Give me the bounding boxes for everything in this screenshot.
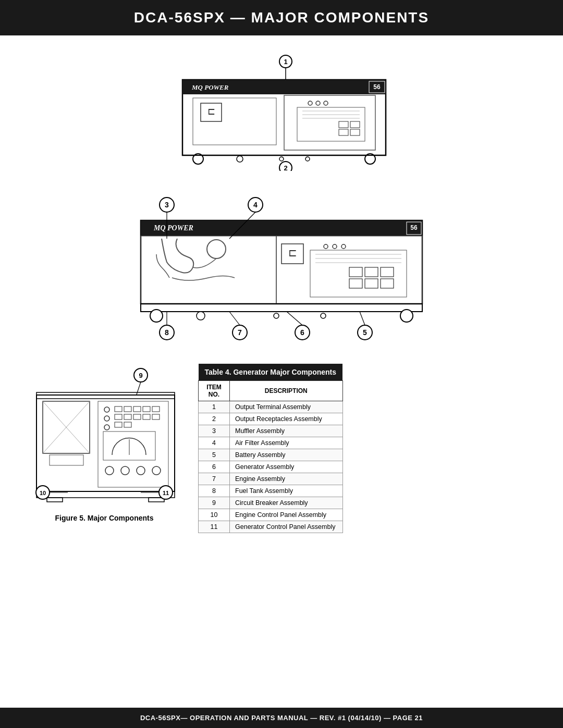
table-cell-item: 8 [199,485,230,497]
svg-text:56: 56 [410,224,418,231]
svg-text:7: 7 [238,328,242,337]
diagram-3-svg: 9 [21,364,188,510]
table-cell-item: 4 [199,437,230,449]
table-row: 1Output Terminal Assembly [199,401,343,413]
svg-text:10: 10 [40,490,46,496]
table-cell-description: Generator Assembly [230,461,343,473]
table-row: 11Generator Control Panel Assembly [199,521,343,533]
svg-text:⊏: ⊏ [207,106,215,117]
svg-point-62 [274,313,279,318]
svg-text:6: 6 [300,328,304,337]
table-title-row: Table 4. Generator Major Components [199,364,343,381]
figure-panel: 9 [21,364,188,522]
svg-line-78 [360,312,365,325]
svg-rect-59 [141,304,422,312]
svg-line-72 [229,312,240,325]
table-row: 7Engine Assembly [199,473,343,485]
svg-point-24 [237,156,243,162]
table-cell-description: Engine Control Panel Assembly [230,509,343,521]
diagram-top-closed: 1 MQ POWER 56 ⊏ [146,51,417,171]
table-cell-description: Fuel Tank Assembly [230,485,343,497]
svg-point-61 [197,312,205,320]
table-cell-description: Generator Control Panel Assembly [230,521,343,533]
table-row: 2Output Receptacles Assembly [199,413,343,425]
table-cell-item: 9 [199,497,230,509]
table-cell-item: 11 [199,521,230,533]
table-cell-description: Circuit Breaker Assembly [230,497,343,509]
page-footer: DCA-56SPX— OPERATION AND PARTS MANUAL — … [0,708,563,728]
svg-point-60 [150,310,163,322]
diagram-1-svg: 1 MQ POWER 56 ⊏ [146,51,417,171]
col-item-no: ITEM NO. [199,381,230,401]
table-row: 4Air Filter Assembly [199,437,343,449]
svg-text:3: 3 [165,201,169,209]
table-title: Table 4. Generator Major Components [199,364,343,381]
table-cell-item: 2 [199,413,230,425]
table-cell-description: Engine Assembly [230,473,343,485]
table-cell-description: Air Filter Assembly [230,437,343,449]
col-description: DESCRIPTION [230,381,343,401]
table-cell-item: 1 [199,401,230,413]
table-row: 3Muffler Assembly [199,425,343,437]
svg-rect-111 [47,498,63,502]
table-cell-description: Output Receptacles Assembly [230,413,343,425]
svg-point-25 [279,157,284,161]
svg-text:1: 1 [284,58,287,66]
svg-text:9: 9 [139,372,142,379]
svg-text:8: 8 [165,328,169,337]
svg-point-64 [400,310,413,322]
table-row: 8Fuel Tank Assembly [199,485,343,497]
table-col-headers: ITEM NO. DESCRIPTION [199,381,343,401]
diagram-2-svg: 3 4 MQ POWER 56 [125,187,438,348]
diagram-top-open: 3 4 MQ POWER 56 [125,187,438,348]
table-cell-item: 7 [199,473,230,485]
svg-point-26 [305,157,310,161]
svg-text:⊏: ⊏ [288,247,297,258]
table-cell-description: Muffler Assembly [230,425,343,437]
page-title: DCA-56SPX — MAJOR COMPONENTS [0,0,563,35]
svg-text:MQ POWER: MQ POWER [153,224,193,232]
figure-caption: Figure 5. Major Components [21,514,188,522]
svg-text:MQ POWER: MQ POWER [191,83,229,91]
svg-line-75 [287,312,302,325]
table-cell-item: 5 [199,449,230,461]
components-table-container: Table 4. Generator Major Components ITEM… [198,364,542,533]
table-cell-item: 10 [199,509,230,521]
components-table: Table 4. Generator Major Components ITEM… [198,364,343,533]
table-row: 5Battery Assembly [199,449,343,461]
svg-rect-82 [36,395,175,491]
table-row: 10Engine Control Panel Assembly [199,509,343,521]
svg-point-63 [321,313,326,318]
table-row: 9Circuit Breaker Assembly [199,497,343,509]
svg-text:4: 4 [253,201,258,209]
svg-text:2: 2 [284,164,287,171]
table-row: 6Generator Assembly [199,461,343,473]
svg-text:5: 5 [363,328,367,337]
table-cell-description: Battery Assembly [230,449,343,461]
table-cell-item: 3 [199,425,230,437]
svg-text:11: 11 [163,490,169,496]
table-cell-description: Output Terminal Assembly [230,401,343,413]
table-cell-item: 6 [199,461,230,473]
svg-text:56: 56 [373,83,381,91]
